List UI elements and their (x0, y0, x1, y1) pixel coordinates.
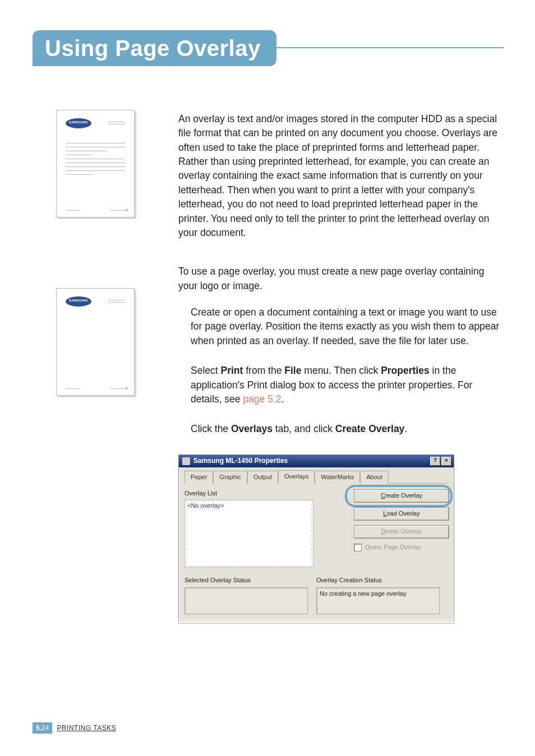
illustration-overlay-only (56, 288, 135, 396)
step-2: Select Print from the File menu. Then cl… (191, 364, 504, 406)
illustration-letterhead (56, 110, 135, 217)
properties-dialog-screenshot: Samsung ML-1450 Properties ? × Paper Gra… (178, 454, 504, 633)
overlay-list-label: Overlay List (185, 489, 342, 498)
step-1: Create or open a document containing a t… (191, 305, 504, 348)
title-banner: Using Page Overlay (33, 30, 504, 66)
intro-paragraph: An overlay is text and/or images stored … (178, 112, 504, 240)
delete-overlay-button: Delete Overlay (354, 525, 449, 539)
dialog-title: Samsung ML-1450 Properties (193, 456, 429, 466)
dialog-tabs: Paper Graphic Output Overlays WaterMarks… (185, 471, 448, 484)
overlay-list-item[interactable]: <No overlay> (187, 502, 224, 509)
tab-watermarks[interactable]: WaterMarks (315, 471, 360, 484)
selected-overlay-status-label: Selected Overlay Status (185, 576, 316, 585)
tab-graphic[interactable]: Graphic (213, 471, 247, 484)
help-button[interactable]: ? (430, 457, 440, 466)
overlay-list[interactable]: <No overlay> (185, 500, 313, 567)
close-button[interactable]: × (441, 457, 451, 466)
samsung-logo-icon (66, 118, 91, 128)
tab-output[interactable]: Output (247, 471, 278, 484)
query-page-overlay-checkbox: Query Page Overlay (354, 543, 448, 552)
overlay-creation-status-box: No creating a new page overlay (316, 587, 440, 614)
link-page-5-2[interactable]: page 5.2 (243, 393, 281, 405)
dialog-titlebar: Samsung ML-1450 Properties ? × (179, 455, 454, 467)
samsung-logo-icon (66, 296, 91, 307)
step-3: Click the Overlays tab, and click Create… (191, 422, 504, 436)
overlay-creation-status-label: Overlay Creation Status (316, 576, 448, 585)
checkbox-icon (354, 544, 362, 551)
printer-icon (182, 457, 190, 465)
creating-intro: To use a page overlay, you must create a… (178, 265, 504, 293)
tab-about[interactable]: About (360, 471, 389, 484)
tab-paper[interactable]: Paper (185, 471, 213, 484)
footer-section-name: PRINTING TASKS (57, 724, 116, 732)
load-overlay-button[interactable]: Load Overlay (354, 507, 449, 521)
page-title: Using Page Overlay (45, 36, 261, 61)
page-number-badge: 5.24 (33, 722, 52, 734)
selected-overlay-status-box (185, 587, 308, 614)
highlight-ring (345, 485, 453, 507)
tab-overlays[interactable]: Overlays (278, 470, 315, 484)
page-footer: 5.24 PRINTING TASKS (33, 722, 116, 734)
